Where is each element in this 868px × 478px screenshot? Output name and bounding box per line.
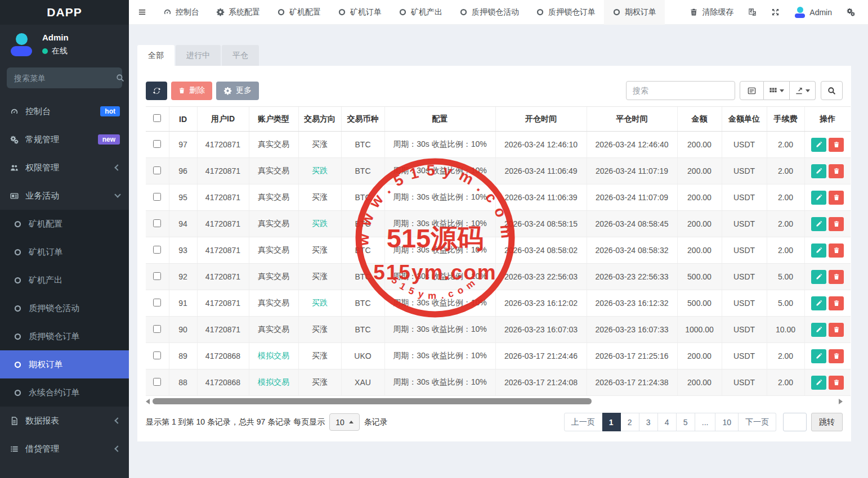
edit-button[interactable] (811, 323, 826, 337)
row-checkbox[interactable] (153, 166, 161, 174)
column-header[interactable]: 金额 (677, 107, 722, 132)
sidebar-item-1[interactable]: 常规管理new (0, 125, 129, 154)
row-checkbox[interactable] (153, 219, 161, 227)
jump-button[interactable]: 跳转 (811, 413, 843, 431)
row-delete-button[interactable] (829, 349, 844, 363)
column-header[interactable]: 用户ID (197, 107, 249, 132)
topnav-item-5[interactable]: 质押锁仓活动 (451, 0, 527, 25)
row-delete-button[interactable] (829, 138, 844, 152)
sidebar-subitem-5[interactable]: 期权订单 (0, 350, 129, 378)
sidebar-item-2[interactable]: 权限管理 (0, 154, 129, 182)
search-button[interactable] (821, 81, 843, 100)
row-checkbox[interactable] (153, 351, 161, 359)
export-button[interactable] (790, 81, 816, 100)
row-delete-button[interactable] (829, 164, 844, 178)
row-checkbox[interactable] (153, 246, 161, 254)
scroll-left-icon[interactable] (146, 399, 150, 404)
sidebar-toggle-icon[interactable] (129, 0, 155, 25)
page-ellipsis[interactable]: ... (695, 413, 716, 431)
edit-button[interactable] (811, 138, 826, 152)
tab-2[interactable]: 平仓 (222, 45, 259, 66)
column-header[interactable]: 手续费 (767, 107, 804, 132)
edit-button[interactable] (811, 270, 826, 284)
column-header[interactable]: 操作 (804, 107, 851, 132)
column-header[interactable]: 交易方向 (298, 107, 341, 132)
page-button-4[interactable]: 4 (658, 413, 677, 431)
column-header[interactable]: ID (169, 107, 197, 132)
sidebar-search-input[interactable] (14, 74, 116, 83)
page-button-10[interactable]: 10 (715, 413, 739, 431)
horizontal-scrollbar[interactable] (146, 398, 843, 405)
refresh-button[interactable] (146, 82, 167, 100)
page-button-3[interactable]: 3 (639, 413, 658, 431)
scrollbar-thumb[interactable] (153, 398, 592, 404)
page-button-1[interactable]: 1 (602, 413, 621, 431)
row-delete-button[interactable] (829, 296, 844, 310)
column-header[interactable]: 金额单位 (722, 107, 767, 132)
clear-cache-button[interactable]: 清除缓存 (683, 0, 740, 25)
column-header[interactable]: 交易币种 (341, 107, 384, 132)
column-header[interactable]: 账户类型 (249, 107, 298, 132)
sidebar-item-4[interactable]: 数据报表 (0, 407, 129, 435)
row-delete-button[interactable] (829, 323, 844, 337)
column-header[interactable]: 平仓时间 (587, 107, 677, 132)
edit-button[interactable] (811, 376, 826, 390)
sidebar-subitem-1[interactable]: 矿机订单 (0, 238, 129, 266)
row-delete-button[interactable] (829, 191, 844, 205)
edit-button[interactable] (811, 217, 826, 231)
jump-page-input[interactable] (783, 413, 807, 431)
edit-button[interactable] (811, 164, 826, 178)
edit-button[interactable] (811, 296, 826, 310)
column-header[interactable]: 开仓时间 (495, 107, 587, 132)
table-search-input[interactable] (626, 81, 735, 100)
sidebar-search[interactable] (7, 67, 122, 88)
topnav-item-1[interactable]: 系统配置 (208, 0, 269, 25)
sidebar-subitem-6[interactable]: 永续合约订单 (0, 378, 129, 407)
topnav-item-0[interactable]: 控制台 (155, 0, 208, 25)
scroll-right-icon[interactable] (839, 399, 843, 404)
topnav-item-3[interactable]: 矿机订单 (329, 0, 390, 25)
admin-menu[interactable]: Admin (788, 0, 838, 25)
row-delete-button[interactable] (829, 217, 844, 231)
topnav-item-6[interactable]: 质押锁仓订单 (527, 0, 604, 25)
row-checkbox[interactable] (153, 272, 161, 280)
topnav-item-7[interactable]: 期权订单 (604, 0, 665, 25)
row-delete-button[interactable] (829, 270, 844, 284)
sidebar-subitem-2[interactable]: 矿机产出 (0, 266, 129, 294)
sidebar-item-0[interactable]: 控制台hot (0, 97, 129, 125)
page-button-2[interactable]: 2 (621, 413, 639, 431)
row-checkbox[interactable] (153, 325, 161, 333)
sidebar-subitem-0[interactable]: 矿机配置 (0, 210, 129, 238)
columns-button[interactable] (764, 81, 790, 100)
row-checkbox[interactable] (153, 140, 161, 148)
edit-button[interactable] (811, 191, 826, 205)
sidebar-subitem-3[interactable]: 质押锁仓活动 (0, 294, 129, 322)
page-button-5[interactable]: 5 (677, 413, 695, 431)
sidebar-item-5[interactable]: 借贷管理 (0, 435, 129, 463)
edit-button[interactable] (811, 349, 826, 363)
page-size-dropdown[interactable]: 10 (329, 413, 360, 431)
topnav-item-4[interactable]: 矿机产出 (390, 0, 451, 25)
row-checkbox[interactable] (153, 378, 161, 386)
sidebar-item-3[interactable]: 业务活动 (0, 182, 129, 210)
topnav-item-2[interactable]: 矿机配置 (269, 0, 329, 25)
sidebar-subitem-4[interactable]: 质押锁仓订单 (0, 322, 129, 350)
tab-1[interactable]: 进行中 (176, 45, 221, 66)
settings-cogs-icon[interactable] (840, 0, 861, 25)
row-delete-button[interactable] (829, 243, 844, 258)
column-header[interactable]: 配置 (384, 107, 495, 132)
next-page-button[interactable]: 下一页 (739, 413, 776, 431)
row-delete-button[interactable] (829, 376, 844, 390)
language-icon[interactable] (742, 0, 763, 25)
edit-button[interactable] (811, 243, 826, 258)
delete-button[interactable]: 删除 (171, 82, 212, 100)
row-checkbox[interactable] (153, 299, 161, 306)
fullscreen-icon[interactable] (765, 0, 786, 25)
detail-view-button[interactable] (740, 81, 764, 100)
prev-page-button[interactable]: 上一页 (564, 413, 602, 431)
tab-0[interactable]: 全部 (137, 45, 175, 66)
more-button[interactable]: 更多 (216, 82, 259, 100)
row-checkbox[interactable] (153, 193, 161, 201)
select-all-checkbox[interactable] (153, 114, 161, 122)
search-icon[interactable] (116, 74, 124, 82)
